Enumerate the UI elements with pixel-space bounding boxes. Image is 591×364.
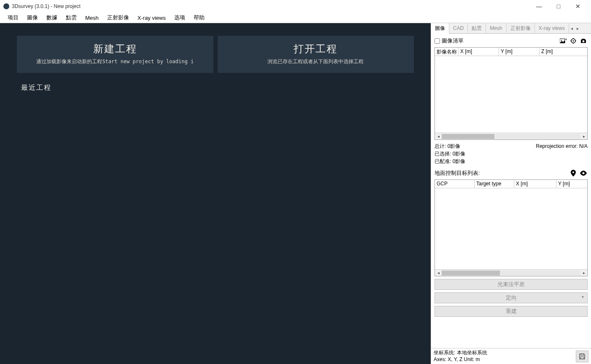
image-list-label: 圖像清單: [442, 37, 464, 45]
footer-text: 坐标系统: 本地坐标系统 Axes: X, Y, Z Unit: m: [434, 350, 576, 363]
image-table-header: 影像名称 X [m] Y [m] Z [m]: [435, 48, 587, 56]
tab-mesh[interactable]: Mesh: [486, 24, 506, 33]
add-image-icon[interactable]: +: [559, 37, 567, 45]
tab-image[interactable]: 圖像: [431, 23, 449, 34]
reconstruct-button[interactable]: 重建: [434, 306, 588, 317]
window-title: 3Dsurvey (3.0.1) - New project: [12, 3, 529, 9]
tab-scroll-right-icon[interactable]: ▸: [575, 26, 581, 31]
menu-image[interactable]: 圖像: [23, 13, 42, 23]
target-icon[interactable]: [569, 37, 578, 45]
gcp-table-hscroll[interactable]: ◂ ▸: [435, 269, 587, 276]
scroll-right-icon[interactable]: ▸: [580, 134, 587, 139]
svg-point-1: [561, 40, 562, 41]
col-target-type[interactable]: Target type: [475, 180, 514, 188]
tab-pointcloud[interactable]: 點雲: [468, 23, 486, 34]
close-button[interactable]: ✕: [568, 0, 588, 13]
side-tabs: 圖像 CAD 點雲 Mesh 正射影像 X-ray views ◂ ▸: [431, 23, 591, 34]
menu-xray[interactable]: X-ray views: [133, 13, 170, 22]
stat-registered: 已配准: 0影像: [434, 158, 588, 165]
col-y[interactable]: Y [m]: [499, 48, 540, 56]
viewport-start: 新建工程 通过加载影像来启动新的工程Start new project by l…: [0, 23, 431, 364]
tab-ortho[interactable]: 正射影像: [507, 23, 535, 34]
col-z[interactable]: Z [m]: [540, 48, 587, 56]
maximize-button[interactable]: □: [549, 0, 568, 13]
menu-help[interactable]: 帮助: [189, 13, 209, 23]
col-x[interactable]: X [m]: [459, 48, 499, 56]
gcp-table-header: GCP Target type X [m] Y [m]: [435, 180, 587, 188]
open-project-card[interactable]: 打开工程 浏览已存在工程或者从下面列表中选择工程: [218, 36, 414, 73]
open-project-subtitle: 浏览已存在工程或者从下面列表中选择工程: [226, 58, 406, 65]
open-project-title: 打开工程: [226, 42, 406, 56]
stat-total: 总计: 0影像: [434, 142, 460, 150]
image-table: 影像名称 X [m] Y [m] Z [m] ◂ ▸: [434, 47, 588, 140]
menu-project[interactable]: 项目: [3, 13, 23, 23]
menu-data[interactable]: 數據: [42, 13, 62, 23]
menu-pointcloud[interactable]: 點雲: [62, 13, 81, 23]
tab-cad[interactable]: CAD: [449, 24, 468, 33]
gcp-header: 地面控制目标列表:: [434, 169, 588, 177]
side-footer: 坐标系统: 本地坐标系统 Axes: X, Y, Z Unit: m: [431, 348, 591, 364]
tab-xray[interactable]: X-ray views: [535, 24, 569, 33]
window-titlebar: 3Dsurvey (3.0.1) - New project — □ ✕: [0, 0, 591, 13]
gcp-table: GCP Target type X [m] Y [m] ◂ ▸: [434, 179, 588, 276]
scroll-left-icon[interactable]: ◂: [435, 270, 442, 275]
menu-mesh[interactable]: Mesh: [81, 13, 103, 22]
col-gcp[interactable]: GCP: [435, 180, 475, 188]
recent-projects-label: 最近工程: [17, 83, 414, 92]
image-table-body: [435, 56, 587, 133]
pin-icon[interactable]: [569, 169, 578, 177]
menu-bar: 项目 圖像 數據 點雲 Mesh 正射影像 X-ray views 选项 帮助: [0, 13, 591, 23]
col-gcp-y[interactable]: Y [m]: [556, 180, 587, 188]
coord-system-label: 坐标系统: 本地坐标系统: [434, 350, 576, 356]
gcp-table-body: [435, 188, 587, 269]
svg-text:+: +: [565, 38, 567, 41]
stat-reproj: Reprojection error: N/A: [536, 142, 588, 150]
camera-icon[interactable]: [579, 37, 588, 45]
menu-ortho[interactable]: 正射影像: [103, 13, 133, 23]
save-button[interactable]: [576, 351, 588, 362]
stat-selected: 已选择: 0影像: [434, 150, 588, 158]
orientation-label: 定向: [506, 294, 517, 301]
scroll-left-icon[interactable]: ◂: [435, 134, 442, 139]
save-icon: [579, 353, 586, 360]
orientation-dropdown[interactable]: 定向 ▾: [434, 292, 588, 303]
side-body: 圖像清單 + 影像名称 X [m] Y [m] Z [m] ◂ ▸: [431, 34, 591, 348]
gcp-label: 地面控制目标列表:: [434, 169, 480, 177]
svg-point-11: [583, 172, 585, 174]
scroll-right-icon[interactable]: ▸: [580, 270, 587, 275]
image-list-header: 圖像清單 +: [434, 37, 588, 45]
menu-options[interactable]: 选项: [170, 13, 189, 23]
eye-icon[interactable]: [579, 169, 588, 177]
chevron-down-icon: ▾: [582, 294, 584, 299]
new-project-subtitle: 通过加载影像来启动新的工程Start new project by loadin…: [25, 58, 205, 65]
app-icon: [3, 3, 9, 9]
svg-point-9: [583, 40, 585, 43]
new-project-title: 新建工程: [25, 42, 205, 56]
svg-point-4: [573, 40, 574, 42]
bundle-adjustment-button[interactable]: 光束法平差: [434, 279, 588, 290]
image-stats: 总计: 0影像 Reprojection error: N/A 已选择: 0影像…: [434, 142, 588, 165]
col-gcp-x[interactable]: X [m]: [514, 180, 556, 188]
svg-point-10: [572, 171, 574, 173]
start-cards-row: 新建工程 通过加载影像来启动新的工程Start new project by l…: [17, 36, 414, 73]
minimize-button[interactable]: —: [529, 0, 549, 13]
axes-unit-label: Axes: X, Y, Z Unit: m: [434, 356, 576, 363]
image-table-hscroll[interactable]: ◂ ▸: [435, 133, 587, 139]
workspace: 新建工程 通过加载影像来启动新的工程Start new project by l…: [0, 23, 591, 364]
new-project-card[interactable]: 新建工程 通过加载影像来启动新的工程Start new project by l…: [17, 36, 213, 73]
side-panel: 圖像 CAD 點雲 Mesh 正射影像 X-ray views ◂ ▸ 圖像清單…: [431, 23, 591, 364]
col-image-name[interactable]: 影像名称: [435, 48, 459, 56]
image-list-checkbox[interactable]: [434, 38, 440, 44]
window-controls: — □ ✕: [529, 0, 588, 13]
tab-scroll-left-icon[interactable]: ◂: [569, 26, 575, 31]
